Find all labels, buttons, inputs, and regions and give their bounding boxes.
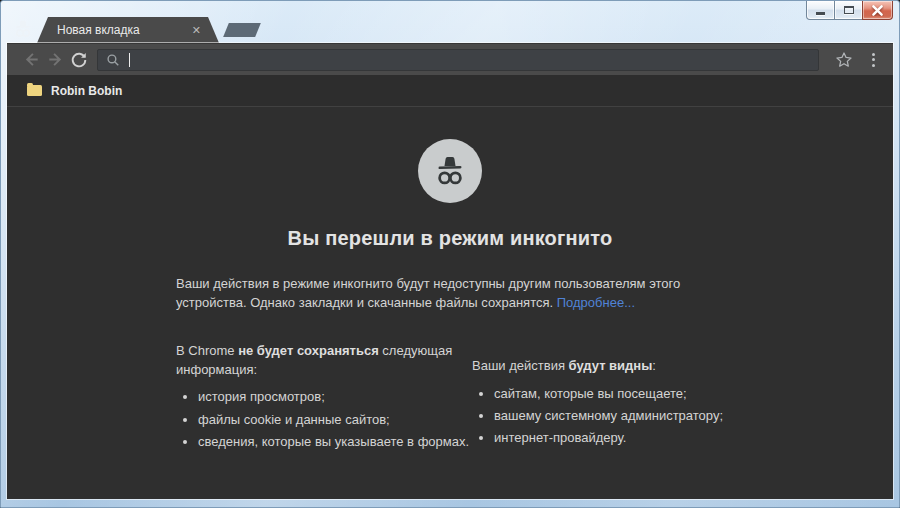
list-item: сведения, которые вы указываете в формах… (198, 433, 472, 451)
bookmark-star-button[interactable] (831, 48, 857, 72)
incognito-spy-icon (418, 139, 482, 203)
window-controls (806, 1, 893, 20)
browser-chrome: Robin Bobin Вы перешли в режим инкогнито… (7, 43, 893, 499)
menu-dots-icon (872, 53, 875, 56)
navigation-toolbar (7, 43, 893, 75)
page-title: Вы перешли в режим инкогнито (7, 227, 893, 250)
folder-icon (27, 85, 42, 96)
search-icon (106, 53, 120, 67)
reload-icon (70, 51, 88, 69)
back-button[interactable] (19, 48, 43, 72)
forward-icon (46, 50, 65, 69)
minimize-button[interactable] (806, 1, 835, 20)
list-item: файлы cookie и данные сайтов; (198, 411, 472, 429)
visible-to-column: Ваши действия будут видны: сайтам, котор… (472, 357, 724, 456)
learn-more-link[interactable]: Подробнее... (557, 295, 635, 310)
info-columns: В Chrome не будет сохраняться следующая … (176, 342, 724, 456)
incognito-page: Вы перешли в режим инкогнито Ваши действ… (7, 107, 893, 499)
menu-button[interactable] (863, 48, 883, 72)
list-item: вашему системному администратору; (494, 407, 724, 425)
tab-close-icon[interactable]: ✕ (192, 25, 201, 36)
list-item: сайтам, которые вы посещаете; (494, 385, 724, 403)
text-cursor (129, 53, 130, 67)
visible-to-header: Ваши действия будут видны: (472, 357, 724, 376)
maximize-button[interactable] (834, 1, 863, 20)
close-icon (871, 5, 884, 16)
browser-window: Новая вкладка ✕ (0, 0, 900, 508)
visible-to-list: сайтам, которые вы посещаете; вашему сис… (472, 385, 724, 448)
bookmarks-bar: Robin Bobin (7, 75, 893, 107)
reload-button[interactable] (67, 48, 91, 72)
not-saved-list: история просмотров; файлы cookie и данны… (176, 388, 472, 451)
back-icon (22, 50, 41, 69)
maximize-icon (844, 6, 854, 14)
address-bar[interactable] (97, 49, 819, 71)
page-text-block: Ваши действия в режиме инкогнито будут н… (176, 275, 724, 456)
bookmark-folder-robin-bobin[interactable]: Robin Bobin (21, 81, 128, 101)
new-tab-button[interactable] (223, 23, 261, 37)
not-saved-header: В Chrome не будет сохраняться следующая … (176, 342, 472, 380)
close-button[interactable] (862, 1, 893, 20)
incognito-badge-icon (10, 17, 36, 41)
minimize-icon (816, 12, 825, 15)
address-input[interactable] (138, 52, 810, 67)
forward-button[interactable] (43, 48, 67, 72)
tab-title: Новая вкладка (57, 23, 192, 37)
intro-paragraph: Ваши действия в режиме инкогнито будут н… (176, 275, 724, 313)
bookmark-label: Robin Bobin (51, 84, 122, 98)
list-item: история просмотров; (198, 388, 472, 406)
tab-new-tab[interactable]: Новая вкладка ✕ (37, 17, 219, 43)
star-icon (835, 51, 853, 69)
list-item: интернет-провайдеру. (494, 429, 724, 447)
not-saved-column: В Chrome не будет сохраняться следующая … (176, 342, 472, 456)
